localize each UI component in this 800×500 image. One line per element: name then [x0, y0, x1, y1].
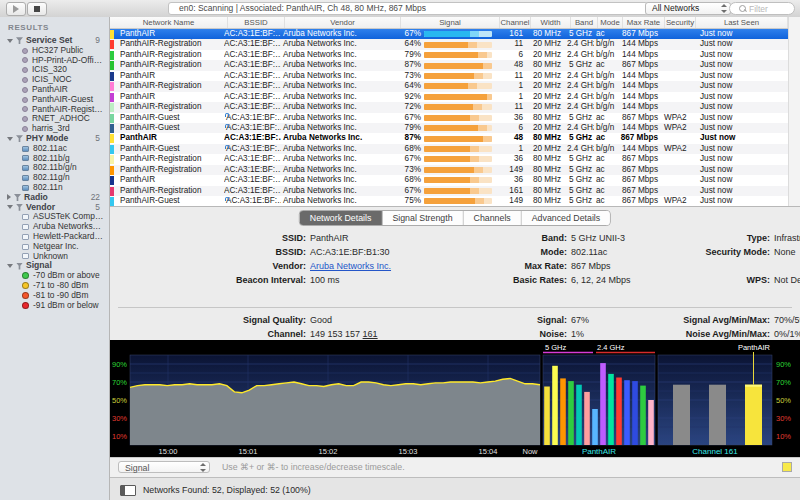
table-row[interactable]: PanthAIRAC:A3:1E:BF:…Aruba Networks Inc.… — [110, 71, 788, 81]
tab-channels[interactable]: Channels — [464, 211, 522, 225]
sidebar-item[interactable]: Unknown — [0, 252, 109, 262]
sidebar-item[interactable]: -71 to -80 dBm — [0, 281, 109, 291]
band-bar — [584, 392, 590, 445]
sidebar-item[interactable]: Aruba Networks… — [0, 222, 109, 232]
cell-max-rate: 144 Mbps — [619, 102, 661, 112]
field-value[interactable]: Aruba Networks Inc. — [310, 261, 391, 271]
vendor-icon — [22, 234, 29, 240]
sidebar-item[interactable]: PanthAIR-Regist… — [0, 105, 109, 115]
column-header-max-rate[interactable]: Max Rate — [623, 17, 665, 28]
signal-bar — [424, 125, 492, 131]
cell-max-rate: 867 Mbps — [619, 196, 661, 206]
table-row[interactable]: PanthAIRAC:A3:1E:BF:…Aruba Networks Inc.… — [110, 92, 788, 102]
sidebar-item[interactable]: HC327 Public — [0, 46, 109, 56]
sidebar-group-vendor[interactable]: Vendor5 — [0, 203, 109, 213]
cell-channel: 48 — [496, 133, 527, 143]
sidebar-item-label: Unknown — [33, 252, 68, 261]
band-bar — [640, 386, 646, 445]
disclosure-triangle-icon[interactable] — [7, 205, 13, 209]
column-header-mode[interactable]: Mode — [598, 17, 623, 28]
tab-network-details[interactable]: Network Details — [300, 211, 383, 225]
table-row[interactable]: PanthAIRAC:A3:1E:BF:…Aruba Networks Inc.… — [110, 29, 788, 39]
cell-channel: 161 — [496, 29, 527, 39]
sidebar-group-phy-mode[interactable]: PHY Mode5 — [0, 134, 109, 144]
field-value: AC:A3:1E:BF:B1:30 — [310, 247, 390, 257]
table-row[interactable]: PanthAIR-GuestAC:A3:1E:BF:…Aruba Network… — [110, 196, 788, 206]
table-row[interactable]: PanthAIR-RegistrationAC:A3:1E:BF:…Aruba … — [110, 39, 788, 49]
annotation-label: PanthAIR — [738, 343, 771, 352]
table-row[interactable]: PanthAIRAC:A3:1E:BF:…Aruba Networks Inc.… — [110, 133, 788, 143]
disclosure-triangle-icon[interactable] — [7, 39, 13, 43]
sidebar-item[interactable]: -70 dBm or above — [0, 271, 109, 281]
column-header-channel[interactable]: Channel — [500, 17, 531, 28]
column-header-width[interactable]: Width — [531, 17, 571, 28]
cell-vendor: Aruba Networks Inc. — [281, 71, 397, 81]
sidebar-toggle-icon[interactable] — [120, 485, 136, 496]
sidebar-item[interactable]: ASUSTeK Comp… — [0, 212, 109, 222]
sidebar-item[interactable]: ICIS_NOC — [0, 75, 109, 85]
signal-percent: 64% — [397, 81, 424, 91]
signal-bar-fill — [424, 125, 478, 131]
table-row[interactable]: PanthAIR-RegistrationAC:A3:1E:BF:…Aruba … — [110, 81, 788, 91]
column-header-bssid[interactable]: BSSID — [228, 17, 285, 28]
disclosure-triangle-icon[interactable] — [7, 194, 11, 200]
column-header-security[interactable]: Security — [665, 17, 696, 28]
table-row[interactable]: PanthAIRAC:A3:1E:BF:…Aruba Networks Inc.… — [110, 175, 788, 185]
sidebar-item[interactable]: Hewlett-Packard… — [0, 232, 109, 242]
sidebar-item[interactable]: 802.11b/g — [0, 154, 109, 164]
cell-bssid: AC:A3:1E:BF:… — [224, 29, 281, 39]
tab-advanced-details[interactable]: Advanced Details — [522, 211, 610, 225]
column-header-signal[interactable]: Signal — [401, 17, 500, 28]
table-row[interactable]: PanthAIR-RegistrationAC:A3:1E:BF:…Aruba … — [110, 102, 788, 112]
sidebar-item[interactable]: PanthAIR-Guest — [0, 95, 109, 105]
band-bar — [560, 378, 566, 445]
sidebar-item[interactable]: Netgear Inc. — [0, 242, 109, 252]
sidebar-item[interactable]: RNET_ADHOC — [0, 114, 109, 124]
column-header-band[interactable]: Band — [571, 17, 598, 28]
sidebar-item[interactable]: ICIS_320 — [0, 65, 109, 75]
cell-mode: b/g/n — [594, 81, 619, 91]
cell-channel: 36 — [496, 154, 527, 164]
table-row[interactable]: PanthAIR-GuestAC:A3:1E:BF:…Aruba Network… — [110, 144, 788, 154]
sidebar-item[interactable]: -91 dBm or below — [0, 301, 109, 311]
sidebar-item[interactable]: 802.11b/g/n — [0, 163, 109, 173]
table-row[interactable]: PanthAIR-RegistrationAC:A3:1E:BF:…Aruba … — [110, 60, 788, 70]
table-row[interactable]: PanthAIR-RegistrationAC:A3:1E:BF:…Aruba … — [110, 154, 788, 164]
field-label: WPS: — [635, 273, 770, 287]
table-row[interactable]: PanthAIR-RegistrationAC:A3:1E:BF:…Aruba … — [110, 186, 788, 196]
sidebar-item[interactable]: PanthAIR — [0, 85, 109, 95]
table-scrollbar[interactable] — [788, 17, 800, 206]
cell-security — [661, 29, 692, 39]
signal-bar — [424, 156, 492, 162]
disclosure-triangle-icon[interactable] — [7, 264, 13, 268]
disclosure-triangle-icon[interactable] — [7, 137, 13, 141]
sidebar-group-signal[interactable]: Signal — [0, 261, 109, 271]
sidebar-group-service-set[interactable]: Service Set9 — [0, 36, 109, 46]
sidebar-group-label: PHY Mode — [26, 133, 68, 143]
cell-signal: 73% — [397, 165, 496, 175]
details-field: Security Mode:None — [635, 245, 800, 259]
table-row[interactable]: PanthAIR-RegistrationAC:A3:1E:BF:…Aruba … — [110, 165, 788, 175]
sidebar-item[interactable]: 802.11ac — [0, 144, 109, 154]
cell-band: 2.4 GHz — [567, 92, 594, 102]
table-row[interactable]: PanthAIR-GuestAC:A3:1E:BF:…Aruba Network… — [110, 113, 788, 123]
column-header-network-name[interactable]: Network Name — [110, 17, 228, 28]
column-header-last-seen[interactable]: Last Seen — [696, 17, 788, 28]
band-bar — [568, 381, 574, 445]
phy-mode-icon — [22, 165, 29, 171]
signal-bar-tail — [470, 31, 479, 37]
signal-charts: 90%90%70%70%50%50%30%30%10%10%15:0015:01… — [110, 340, 800, 457]
sidebar-item[interactable]: -81 to -90 dBm — [0, 291, 109, 301]
filter-search-input[interactable]: Filter — [729, 2, 795, 15]
cell-bssid: AC:A3:1E:BF:… — [224, 123, 281, 133]
sidebar-item[interactable]: HP-Print-AD-Offi… — [0, 56, 109, 66]
column-header-vendor[interactable]: Vendor — [285, 17, 401, 28]
network-filter-dropdown[interactable]: All Networks — [645, 2, 731, 15]
graph-metric-dropdown[interactable]: Signal — [118, 461, 210, 473]
scan-stop-button[interactable] — [27, 2, 47, 16]
sidebar-item[interactable]: 802.11g/n — [0, 173, 109, 183]
table-row[interactable]: PanthAIR-RegistrationAC:A3:1E:BF:…Aruba … — [110, 50, 788, 60]
tab-signal-strength[interactable]: Signal Strength — [382, 211, 463, 225]
scan-start-button[interactable] — [6, 2, 26, 16]
table-row[interactable]: PanthAIR-GuestAC:A3:1E:BF:…Aruba Network… — [110, 123, 788, 133]
